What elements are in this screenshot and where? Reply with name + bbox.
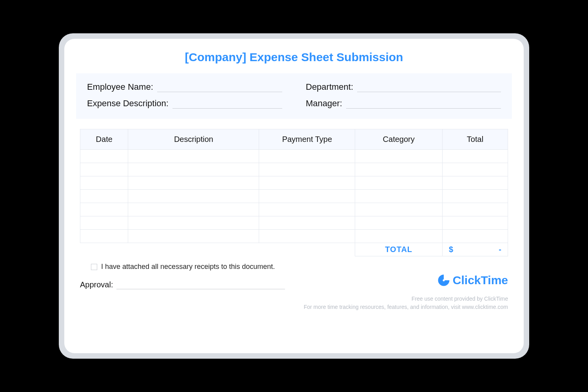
table-row[interactable]: [80, 203, 508, 216]
approval-label: Approval:: [80, 280, 113, 289]
col-category: Category: [355, 129, 443, 150]
total-label: TOTAL: [355, 243, 443, 256]
clock-icon: [437, 274, 450, 287]
employee-name-field[interactable]: Employee Name:: [87, 82, 282, 92]
receipt-checkbox[interactable]: [91, 264, 97, 270]
page-title: [Company] Expense Sheet Submission: [80, 51, 508, 64]
receipt-check-label: I have attached all necessary receipts t…: [101, 263, 275, 271]
col-payment-type: Payment Type: [259, 129, 355, 150]
manager-label: Manager:: [306, 98, 342, 109]
department-label: Department:: [306, 82, 353, 92]
svg-point-0: [443, 279, 445, 281]
table-row[interactable]: [80, 176, 508, 190]
brand-name: ClickTime: [453, 274, 508, 287]
table-row[interactable]: [80, 190, 508, 203]
expense-description-label: Expense Description:: [87, 98, 169, 109]
expense-description-input[interactable]: [172, 100, 282, 109]
expense-description-field[interactable]: Expense Description:: [87, 98, 282, 109]
col-date: Date: [80, 129, 128, 150]
receipt-confirmation[interactable]: I have attached all necessary receipts t…: [91, 263, 429, 271]
approval-field[interactable]: Approval:: [80, 280, 429, 289]
department-field[interactable]: Department:: [306, 82, 501, 92]
total-amount: $ -: [442, 243, 508, 256]
table-row[interactable]: [80, 230, 508, 243]
col-total: Total: [442, 129, 508, 150]
approval-input[interactable]: [116, 281, 285, 289]
employee-name-label: Employee Name:: [87, 82, 153, 92]
total-value: -: [499, 245, 501, 254]
expense-table: Date Description Payment Type Category T…: [80, 129, 508, 256]
col-description: Description: [128, 129, 259, 150]
expense-sheet: [Company] Expense Sheet Submission Emplo…: [64, 39, 524, 353]
employee-name-input[interactable]: [157, 83, 282, 92]
footer-line-2: For more time tracking resources, featur…: [80, 303, 508, 311]
table-row[interactable]: [80, 163, 508, 176]
device-frame: [Company] Expense Sheet Submission Emplo…: [59, 33, 529, 359]
total-currency: $: [449, 245, 453, 254]
clicktime-logo: ClickTime: [437, 274, 508, 287]
footer: Free use content provided by ClickTime F…: [80, 295, 508, 311]
table-row[interactable]: [80, 216, 508, 230]
department-input[interactable]: [357, 83, 501, 92]
table-row[interactable]: [80, 150, 508, 163]
info-section: Employee Name: Department: Expense Descr…: [76, 73, 512, 119]
table-header-row: Date Description Payment Type Category T…: [80, 129, 508, 150]
footer-line-1: Free use content provided by ClickTime: [80, 295, 508, 303]
manager-field[interactable]: Manager:: [306, 98, 501, 109]
manager-input[interactable]: [346, 100, 501, 109]
total-row: TOTAL $ -: [80, 243, 508, 256]
